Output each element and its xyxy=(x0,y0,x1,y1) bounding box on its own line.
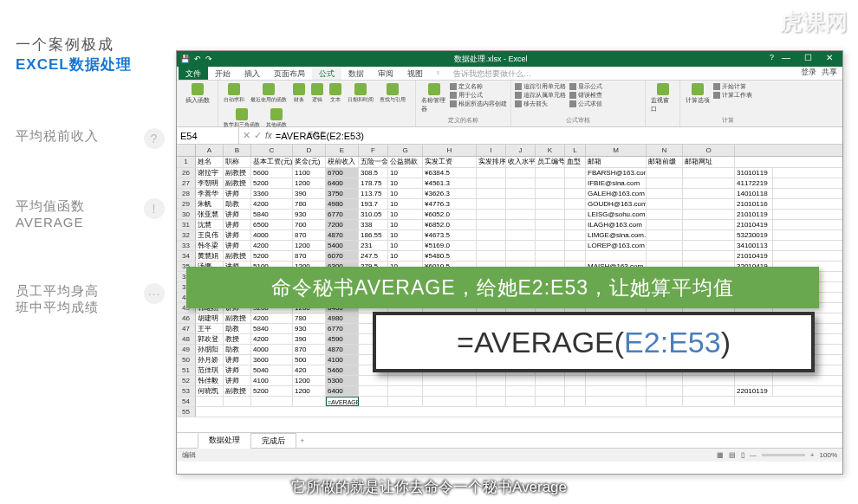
formula-input[interactable]: =AVERAGE(E2:E53) xyxy=(276,131,364,141)
save-icon[interactable]: 💾 xyxy=(180,55,190,63)
zoom-slider[interactable] xyxy=(762,454,805,456)
name-box[interactable]: E54 xyxy=(177,127,239,144)
header-cell[interactable]: 奖金(元) xyxy=(293,157,326,167)
table-row[interactable]: 26谢拉宇副教授560011006700308.510¥6384.5FBARSH… xyxy=(177,168,842,178)
calc-options-button[interactable]: 计算选项 xyxy=(686,96,710,105)
col-header-M[interactable]: M xyxy=(586,145,647,156)
table-row[interactable]: 34黄慧娟副教授52008706070247.510¥5480.52101041… xyxy=(177,251,842,262)
tab-数据[interactable]: 数据 xyxy=(341,67,371,80)
col-header-O[interactable]: O xyxy=(683,145,735,156)
header-cell[interactable]: 五险一金 xyxy=(359,157,388,167)
fn-逻辑[interactable]: 逻辑 xyxy=(309,82,325,105)
watch-window-icon[interactable] xyxy=(657,83,669,95)
table-row[interactable]: 28李善华讲师33603903750113.7510¥3626.3GALEH@1… xyxy=(177,189,842,199)
close-button[interactable]: ✕ xyxy=(820,53,839,65)
col-header-K[interactable]: K xyxy=(536,145,565,156)
active-cell[interactable]: =AVERAGE(E2:E53) xyxy=(326,397,359,406)
header-cell[interactable]: 邮箱前缀 xyxy=(647,157,683,167)
view-normal-icon[interactable]: ▦ xyxy=(717,451,724,459)
cancel-icon[interactable]: ✕ xyxy=(243,130,250,141)
evaluate-formula[interactable]: 公式求值 xyxy=(578,100,602,108)
tab-file[interactable]: 文件 xyxy=(179,67,208,80)
ribbon: 插入函数 自动求和最近使用的函数财务逻辑文本日期和时间查找与引用数学和三角函数其… xyxy=(177,81,842,127)
header-cell[interactable]: 公益捐款 xyxy=(388,157,423,167)
col-header-A[interactable]: A xyxy=(196,145,224,156)
fn-日期和时间[interactable]: 日期和时间 xyxy=(346,82,375,105)
undo-icon[interactable]: ↶ xyxy=(194,55,201,63)
table-row[interactable]: 52韩佳毅讲师410012005300 xyxy=(177,376,842,386)
fn-财务[interactable]: 财务 xyxy=(291,82,307,105)
col-header-G[interactable]: G xyxy=(388,145,423,156)
header-cell[interactable]: 税前收入 xyxy=(326,157,359,167)
tab-开始[interactable]: 开始 xyxy=(208,67,237,80)
create-from-selection[interactable]: 根据所选内容创建 xyxy=(458,100,507,108)
calc-options-icon[interactable] xyxy=(692,83,704,95)
add-sheet-button[interactable]: + xyxy=(296,436,309,445)
watch-window-button[interactable]: 监视窗口 xyxy=(651,96,674,113)
name-manager-button[interactable]: 名称管理器 xyxy=(421,96,446,113)
error-check[interactable]: 错误检查 xyxy=(578,91,602,100)
tab-视图[interactable]: 视图 xyxy=(400,67,430,80)
header-cell[interactable]: 实发排序 xyxy=(477,157,506,167)
zoom-level[interactable]: 100% xyxy=(820,451,837,459)
tab-公式[interactable]: 公式 xyxy=(312,67,341,80)
header-cell[interactable]: 邮箱网址 xyxy=(683,157,735,167)
table-row[interactable]: 33韩冬梁讲师42001200540023110¥5169.0LOREP@163… xyxy=(177,241,842,251)
header-cell[interactable]: 员工编号 xyxy=(536,157,565,167)
col-header-C[interactable]: C xyxy=(251,145,293,156)
table-row[interactable]: 32王良伟讲师40008704870186.5510¥4673.5LIMGE@s… xyxy=(177,230,842,241)
col-header-J[interactable]: J xyxy=(506,145,536,156)
header-cell[interactable]: 实发工资 xyxy=(423,157,477,167)
tell-me[interactable]: 告诉我您想要做什么… xyxy=(446,67,538,80)
header-cell[interactable]: 收入水平 xyxy=(506,157,536,167)
show-formulas[interactable]: 显示公式 xyxy=(578,82,602,91)
header-cell[interactable]: 职称 xyxy=(224,157,251,167)
share-button[interactable]: 共享 xyxy=(822,67,837,80)
col-header-L[interactable]: L xyxy=(565,145,586,156)
login-link[interactable]: 登录 xyxy=(801,67,816,80)
table-row[interactable]: 53何晓凯副教授52001200640022010119 xyxy=(177,386,842,397)
table-row[interactable]: 27李朝明副教授520012006400178.7510¥4561.3IFBIE… xyxy=(177,178,842,189)
name-manager-icon[interactable] xyxy=(428,83,440,95)
header-cell[interactable]: 基本工资(元) xyxy=(251,157,293,167)
fn-文本[interactable]: 文本 xyxy=(328,82,343,105)
col-header-B[interactable]: B xyxy=(224,145,251,156)
enter-icon[interactable]: ✓ xyxy=(254,130,262,141)
tab-审阅[interactable]: 审阅 xyxy=(371,67,400,80)
col-header-D[interactable]: D xyxy=(293,145,326,156)
calc-sheet[interactable]: 计算工作表 xyxy=(722,91,752,100)
redo-icon[interactable]: ↷ xyxy=(205,55,212,63)
fn-最近使用的函数[interactable]: 最近使用的函数 xyxy=(249,82,289,105)
define-name[interactable]: 定义名称 xyxy=(458,82,483,91)
col-header-E[interactable]: E xyxy=(326,145,359,156)
use-in-formula[interactable]: 用于公式 xyxy=(458,91,483,100)
view-break-icon[interactable]: ▯ xyxy=(741,451,744,459)
header-cell[interactable]: 邮箱 xyxy=(586,157,647,167)
calc-now[interactable]: 开始计算 xyxy=(722,82,746,91)
fx-icon[interactable]: fx xyxy=(265,131,272,140)
sheet-tab-2[interactable]: 完成后 xyxy=(250,433,296,449)
trace-dependents[interactable]: 追踪从属单元格 xyxy=(523,91,566,100)
table-row[interactable]: 29朱帆助教42007804980193.710¥4776.3GOUDH@163… xyxy=(177,199,842,210)
sheet-tab-1[interactable]: 数据处理 xyxy=(198,432,251,449)
col-header-H[interactable]: H xyxy=(423,145,477,156)
header-cell[interactable]: 姓名 xyxy=(196,157,224,167)
tab-插入[interactable]: 插入 xyxy=(237,67,267,80)
trace-precedents[interactable]: 追踪引用单元格 xyxy=(523,82,566,91)
insert-function-icon[interactable] xyxy=(192,83,204,95)
minimize-button[interactable]: — xyxy=(777,53,796,65)
view-layout-icon[interactable]: ▤ xyxy=(729,451,736,459)
fn-自动求和[interactable]: 自动求和 xyxy=(222,82,246,105)
table-row[interactable]: 30张亚慧讲师58409306770310.0510¥6052.0LEISG@s… xyxy=(177,210,842,220)
col-header-N[interactable]: N xyxy=(647,145,683,156)
header-cell[interactable]: 血型 xyxy=(565,157,586,167)
col-header-F[interactable]: F xyxy=(359,145,388,156)
maximize-button[interactable]: ☐ xyxy=(798,53,817,65)
insert-function-button[interactable]: 插入函数 xyxy=(185,96,210,105)
fn-查找与引用[interactable]: 查找与引用 xyxy=(378,82,407,105)
help-icon[interactable]: ? xyxy=(770,53,774,65)
table-row[interactable]: 31沈慧讲师6500700720033810¥6852.0ILAGH@163.c… xyxy=(177,220,842,230)
col-header-I[interactable]: I xyxy=(477,145,506,156)
tab-页面布局[interactable]: 页面布局 xyxy=(267,67,312,80)
remove-arrows[interactable]: 移去箭头 xyxy=(523,100,548,108)
